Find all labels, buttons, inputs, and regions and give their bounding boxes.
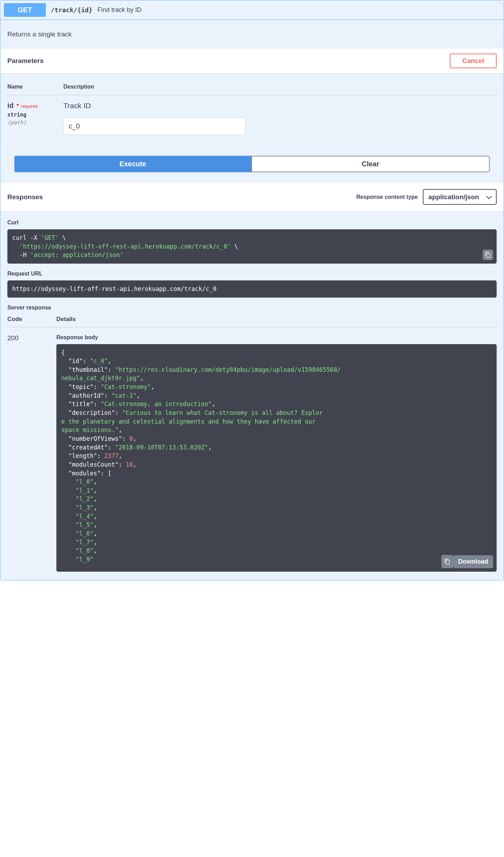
curl-block: curl -X 'GET' \ 'https://odyssey-lift-of… [7,229,497,264]
response-body-block: { "id": "c_0", "thumbnail": "https://res… [56,344,497,572]
operation-summary[interactable]: GET /track/{id} Find track by ID [0,0,504,20]
operation-block: GET /track/{id} Find track by ID Returns… [0,0,504,580]
execute-row: Execute Clear [0,142,504,183]
content-type-select[interactable]: application/json [423,189,497,205]
path-text: /track/{id} [51,6,92,14]
parameters-title: Parameters [7,57,44,65]
summary-text: Find track by ID [97,6,141,14]
param-type: string [7,112,63,118]
copy-icon[interactable] [441,555,453,568]
parameter-row: id * required string (path) Track ID [7,95,497,135]
server-response-title: Server response [7,305,497,311]
responses-title: Responses [7,193,43,201]
request-url-text: https://odyssey-lift-off-rest-api.heroku… [12,285,216,292]
response-code-header: Code [7,316,56,323]
cancel-button[interactable]: Cancel [450,54,497,68]
operation-description: Returns a single track [0,20,504,49]
param-header-name: Name [7,84,63,90]
response-details-header: Details [56,316,497,323]
curl-title: Curl [7,220,497,226]
required-star-icon: * [16,103,19,109]
parameters-area: Name Description id * required string (p… [0,73,504,142]
method-badge: GET [4,3,46,17]
request-url-block: https://odyssey-lift-off-rest-api.heroku… [7,280,497,298]
operation-body: Returns a single track Parameters Cancel… [0,20,504,580]
param-description: Track ID [63,102,497,110]
live-response-area: Curl curl -X 'GET' \ 'https://odyssey-li… [0,211,504,580]
param-input[interactable] [63,118,245,135]
request-url-title: Request URL [7,271,497,277]
response-body-title: Response body [56,334,497,341]
param-name: id [7,102,14,109]
content-type-label: Response content type [356,194,418,200]
responses-header: Responses Response content type applicat… [0,183,504,211]
clear-button[interactable]: Clear [251,156,490,172]
required-label: required [21,104,38,109]
download-button[interactable]: Download [453,555,493,568]
response-status-code: 200 [7,334,56,572]
parameters-header: Parameters Cancel [0,49,504,73]
copy-icon[interactable] [483,250,493,260]
param-header-description: Description [63,84,497,90]
execute-button[interactable]: Execute [14,156,251,172]
param-in: (path) [7,119,63,126]
